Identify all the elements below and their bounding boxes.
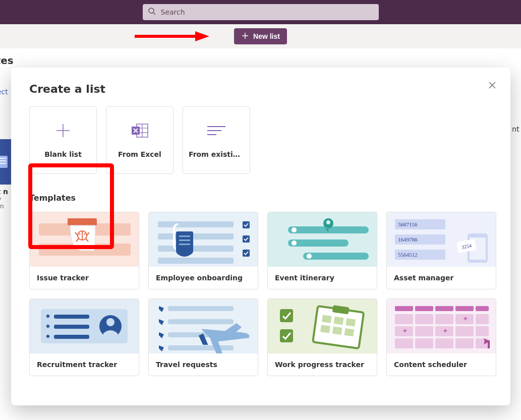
tile-label: Blank list: [35, 150, 91, 158]
svg-text:5687156: 5687156: [398, 221, 418, 227]
svg-point-68: [106, 318, 114, 326]
template-content-scheduler[interactable]: ✦ ✦ ✦ Content scheduler: [386, 298, 496, 376]
svg-rect-95: [455, 306, 474, 311]
svg-text:1649786: 1649786: [398, 236, 418, 243]
svg-rect-94: [435, 306, 453, 311]
template-travel-requests[interactable]: Travel requests: [148, 298, 258, 376]
svg-rect-88: [320, 325, 330, 333]
template-employee-onboarding[interactable]: Employee onboarding: [148, 212, 258, 289]
annotation-arrow: [134, 29, 209, 43]
plus-icon: [241, 32, 249, 41]
top-bar: Search: [0, 0, 521, 24]
svg-rect-108: [415, 338, 433, 348]
svg-line-1: [153, 13, 155, 15]
template-work-progress-tracker[interactable]: Work progress tracker: [267, 298, 377, 376]
svg-rect-45: [179, 244, 190, 245]
svg-rect-92: [395, 306, 413, 311]
svg-point-28: [84, 233, 85, 234]
modal-title: Create a list: [29, 83, 492, 95]
svg-rect-86: [334, 317, 344, 325]
svg-text:✦: ✦: [442, 327, 448, 335]
svg-rect-41: [243, 250, 250, 257]
svg-rect-44: [179, 239, 190, 241]
svg-rect-106: [476, 326, 489, 336]
list-lines-icon: [206, 122, 226, 139]
svg-rect-103: [415, 326, 433, 336]
svg-point-52: [307, 254, 312, 259]
svg-rect-82: [280, 329, 293, 342]
svg-rect-109: [435, 338, 453, 348]
plus-icon: [54, 122, 72, 139]
template-recruitment-tracker[interactable]: Recruitment tracker: [29, 298, 139, 376]
onboarding-art: [149, 212, 258, 267]
svg-rect-39: [243, 221, 250, 228]
svg-point-53: [326, 220, 330, 224]
svg-marker-3: [195, 31, 209, 41]
travel-art: [149, 299, 258, 353]
svg-point-0: [149, 8, 154, 13]
svg-rect-9: [0, 163, 6, 164]
svg-point-51: [292, 241, 297, 246]
svg-rect-40: [243, 235, 250, 243]
svg-rect-77: [168, 319, 234, 324]
right-fragment: nt l: [512, 125, 521, 133]
template-issue-tracker[interactable]: Issue tracker: [29, 212, 139, 289]
blank-list-tile[interactable]: Blank list: [29, 106, 97, 174]
new-list-button[interactable]: New list: [234, 28, 287, 44]
svg-rect-81: [280, 309, 293, 322]
svg-rect-96: [476, 306, 489, 311]
svg-rect-90: [344, 328, 355, 336]
svg-rect-107: [395, 338, 413, 348]
template-label: Work progress tracker: [268, 353, 377, 376]
tile-label: From Excel: [112, 150, 167, 158]
event-art: [268, 212, 377, 267]
template-label: Employee onboarding: [149, 267, 258, 289]
close-icon: [489, 81, 496, 91]
svg-rect-7: [0, 158, 6, 159]
svg-rect-99: [435, 314, 453, 324]
svg-point-27: [79, 233, 80, 234]
asset-art: 5687156 1649786 5564512 3254: [387, 212, 496, 267]
global-search-box[interactable]: Search: [143, 4, 379, 20]
template-label: Asset manager: [387, 267, 496, 289]
svg-rect-116: [488, 340, 490, 348]
svg-point-50: [292, 227, 297, 232]
from-existing-tile[interactable]: From existing …: [183, 106, 250, 174]
svg-rect-111: [476, 338, 489, 348]
template-label: Travel requests: [149, 353, 258, 376]
svg-rect-89: [332, 327, 342, 335]
svg-rect-74: [54, 335, 89, 339]
svg-rect-42: [176, 231, 193, 253]
template-label: Event itinerary: [268, 267, 377, 289]
command-bar: New list: [0, 24, 521, 48]
create-list-modal: Create a list Blank list: [11, 68, 510, 405]
template-event-itinerary[interactable]: Event itinerary: [267, 212, 377, 289]
svg-text:5564512: 5564512: [398, 252, 418, 258]
svg-rect-98: [415, 314, 433, 324]
svg-rect-8: [0, 160, 6, 161]
content-art: ✦ ✦ ✦: [387, 299, 496, 353]
svg-rect-26: [70, 222, 95, 225]
svg-rect-37: [158, 246, 234, 252]
svg-rect-35: [158, 221, 234, 227]
template-label: Content scheduler: [387, 353, 496, 376]
svg-rect-72: [54, 315, 89, 319]
svg-rect-43: [179, 235, 190, 237]
select-link-fragment: lect: [0, 88, 8, 96]
svg-rect-76: [168, 306, 234, 311]
svg-rect-85: [322, 315, 332, 323]
svg-rect-93: [415, 306, 433, 311]
favorites-heading-fragment: rites: [0, 54, 14, 67]
from-excel-tile[interactable]: From Excel: [106, 106, 173, 174]
close-button[interactable]: [484, 78, 500, 94]
template-asset-manager[interactable]: 5687156 1649786 5564512 3254 Asset manag…: [386, 212, 496, 289]
issue-tracker-art: [30, 212, 139, 267]
tile-label: From existing …: [189, 150, 244, 158]
recruit-art: [30, 299, 139, 353]
svg-rect-48: [288, 239, 349, 247]
svg-text:✦: ✦: [402, 327, 408, 335]
svg-rect-101: [476, 314, 489, 324]
work-art: [268, 299, 377, 353]
template-label: Issue tracker: [30, 267, 139, 289]
svg-rect-105: [455, 326, 474, 336]
